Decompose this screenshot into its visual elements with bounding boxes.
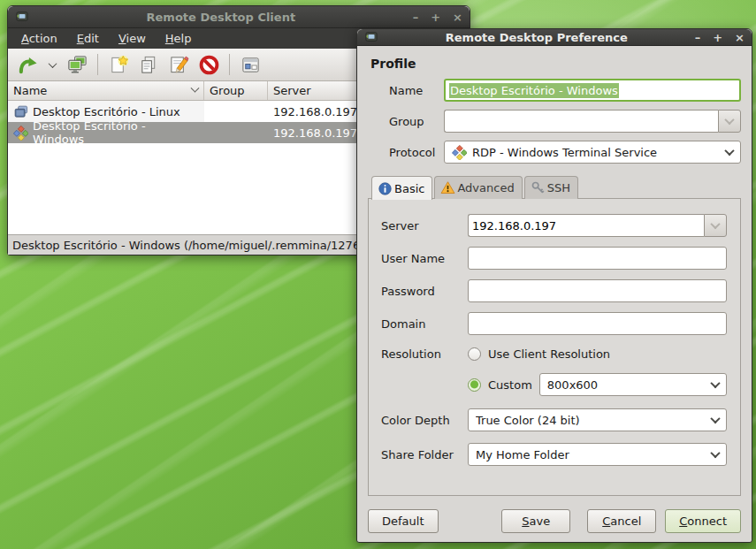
tab-basic[interactable]: Basic — [371, 176, 432, 200]
share-folder-dropdown[interactable]: My Home Folder — [468, 443, 727, 466]
username-label: User Name — [381, 252, 468, 265]
connection-name: Desktop Escritório - Windows — [33, 119, 199, 146]
main-window-title: Remote Desktop Client — [29, 11, 413, 24]
resolution-label: Resolution — [381, 347, 468, 361]
warning-icon — [440, 180, 455, 195]
save-button[interactable]: Save — [501, 509, 570, 533]
menu-help[interactable]: Help — [157, 30, 200, 47]
copy-connection-icon — [139, 55, 159, 75]
chevron-down-icon — [710, 414, 720, 423]
cancel-button[interactable]: Cancel — [587, 509, 656, 533]
info-icon — [378, 181, 393, 196]
menu-edit[interactable]: Edit — [69, 30, 107, 47]
maximize-button[interactable]: + — [713, 31, 722, 44]
minimize-button[interactable]: – — [413, 11, 419, 24]
basic-tab-panel: Server User Name Password Domain Resolut… — [368, 198, 741, 496]
preferences-button[interactable] — [236, 51, 264, 78]
edit-connection-icon — [169, 55, 189, 75]
menu-action[interactable]: Action — [13, 30, 65, 47]
group-combo — [444, 110, 741, 133]
username-field[interactable] — [468, 247, 727, 270]
quick-connect-icon — [67, 55, 88, 75]
color-depth-value: True Color (24 bit) — [476, 414, 706, 427]
group-label: Group — [389, 115, 444, 128]
delete-connection-icon — [199, 55, 219, 75]
chevron-down-icon — [710, 378, 720, 388]
remote-desktop-preference-dialog: Remote Desktop Preference – + × Profile … — [356, 28, 752, 543]
copy-connection-button[interactable] — [134, 51, 163, 78]
custom-resolution-dropdown[interactable]: 800x600 — [539, 373, 727, 396]
column-header-name[interactable]: Name — [8, 81, 204, 100]
connection-name: Desktop Escritório - Linux — [33, 105, 180, 118]
close-button[interactable]: × — [453, 11, 462, 24]
chevron-down-icon — [48, 59, 57, 68]
chevron-down-icon — [724, 115, 734, 125]
color-depth-dropdown[interactable]: True Color (24 bit) — [468, 408, 727, 431]
chevron-down-icon — [710, 448, 720, 458]
chevron-down-icon — [710, 219, 720, 229]
app-icon — [15, 11, 29, 23]
app-icon — [364, 31, 378, 43]
main-titlebar[interactable]: Remote Desktop Client – + × — [8, 6, 470, 28]
server-field[interactable] — [468, 214, 704, 237]
maximize-button[interactable]: + — [431, 11, 440, 24]
dialog-title: Remote Desktop Preference — [378, 31, 695, 44]
key-icon — [531, 180, 546, 195]
default-button[interactable]: Default — [368, 509, 439, 533]
close-button[interactable]: × — [735, 31, 745, 44]
connect-icon — [18, 55, 38, 75]
toolbar-separator — [229, 54, 230, 75]
group-field[interactable] — [444, 110, 718, 133]
name-field-selected-text: Desktop Escritório - Windows — [449, 83, 619, 98]
protocol-dropdown[interactable]: RDP - Windows Terminal Service — [444, 141, 741, 164]
server-combo — [468, 214, 727, 237]
name-label: Name — [389, 84, 444, 97]
server-dropdown-button[interactable] — [704, 214, 727, 237]
group-input[interactable] — [448, 115, 714, 128]
toolbar-separator — [97, 54, 98, 75]
server-input[interactable] — [472, 219, 700, 233]
protocol-label: Protocol — [389, 146, 444, 159]
protocol-value: RDP - Windows Terminal Service — [472, 146, 721, 159]
rdp-protocol-icon — [13, 126, 28, 141]
password-input[interactable] — [472, 285, 722, 298]
rdp-protocol-icon — [452, 145, 467, 160]
custom-resolution-value: 800x600 — [547, 378, 706, 392]
profile-heading: Profile — [370, 57, 741, 71]
dialog-titlebar[interactable]: Remote Desktop Preference – + × — [357, 29, 752, 46]
username-input[interactable] — [472, 252, 722, 265]
password-label: Password — [381, 285, 468, 298]
dialog-button-row: Default Save Cancel Connect — [368, 509, 741, 533]
column-header-group[interactable]: Group — [204, 81, 268, 100]
share-folder-label: Share Folder — [381, 448, 468, 461]
new-connection-button[interactable] — [104, 51, 133, 78]
use-client-resolution-radio[interactable] — [468, 347, 481, 361]
tab-bar: Basic Advanced SSH — [371, 176, 741, 199]
status-text: Desktop Escritório - Windows (/home/migu… — [12, 239, 360, 252]
connect-button[interactable]: Connect — [665, 509, 741, 533]
name-field[interactable]: Desktop Escritório - Windows — [444, 79, 741, 102]
minimize-button[interactable]: – — [695, 31, 701, 44]
domain-input[interactable] — [472, 317, 722, 331]
connect-button[interactable] — [13, 51, 42, 78]
tab-ssh[interactable]: SSH — [524, 176, 578, 199]
domain-field[interactable] — [468, 312, 727, 335]
custom-resolution-radio[interactable] — [468, 378, 481, 392]
password-field[interactable] — [468, 279, 727, 302]
sort-chevron-icon — [191, 84, 200, 93]
delete-connection-button[interactable] — [195, 51, 223, 78]
domain-label: Domain — [381, 317, 468, 331]
use-client-resolution-label: Use Client Resolution — [488, 347, 610, 361]
new-connection-icon — [109, 55, 129, 75]
tab-advanced[interactable]: Advanced — [434, 176, 522, 199]
menu-view[interactable]: View — [111, 30, 154, 47]
share-folder-value: My Home Folder — [476, 448, 706, 461]
custom-resolution-label: Custom — [488, 378, 532, 392]
preferences-icon — [241, 55, 261, 75]
connection-group — [204, 101, 268, 122]
group-dropdown-button[interactable] — [718, 110, 741, 133]
chevron-down-icon — [724, 146, 734, 156]
quick-connect-button[interactable] — [63, 51, 91, 78]
edit-connection-button[interactable] — [164, 51, 193, 78]
connect-dropdown-button[interactable] — [43, 51, 61, 78]
